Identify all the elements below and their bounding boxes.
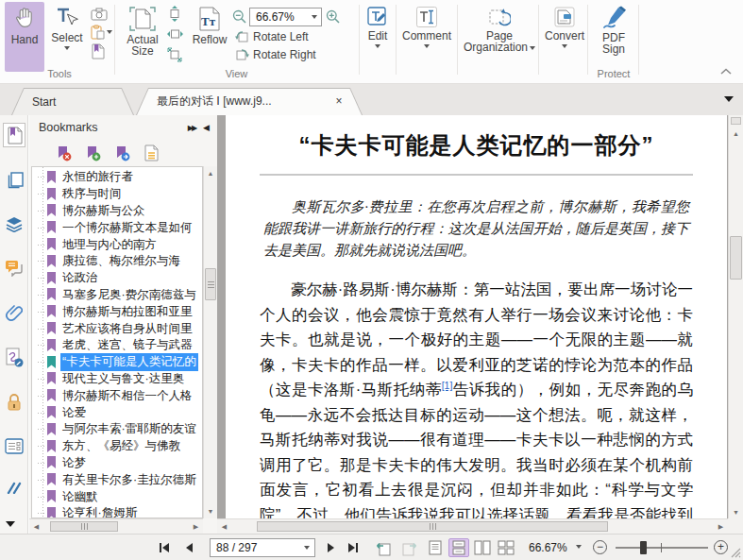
hand-tool-button[interactable]: Hand (5, 2, 44, 72)
bookmark-item[interactable]: 与阿尔丰索·雷耶斯的友谊 (32, 421, 202, 438)
zoom-out-button[interactable]: − (593, 540, 607, 554)
continuous-facing-view-button[interactable] (496, 538, 516, 557)
convert-button[interactable]: Convert (543, 2, 586, 74)
window-resize-grip[interactable] (731, 548, 741, 558)
fit-page-button[interactable] (167, 47, 182, 62)
comment-button[interactable]: Comment (400, 2, 453, 74)
bookmark-item[interactable]: 有关里卡尔多·圭拉尔德斯 (32, 471, 202, 488)
collapse-panel-icon[interactable]: ◀ (203, 123, 210, 132)
scroll-left-arrow[interactable]: ◀ (29, 519, 43, 534)
fit-width-button[interactable] (167, 26, 183, 42)
pdf-page[interactable]: “卡夫卡可能是人类记忆的一部分” 奥斯瓦尔多·费拉里：在您再次启程之前，博尔赫斯… (226, 115, 727, 518)
previous-page-button[interactable] (179, 540, 198, 555)
bookmark-item[interactable]: 康拉德、梅尔维尔与海 (32, 253, 202, 270)
status-zoom-dropdown-arrow[interactable] (576, 545, 582, 549)
bookmark-item[interactable]: 现代主义与鲁文·达里奥 (32, 371, 202, 388)
scrollbar-thumb[interactable] (205, 268, 216, 300)
next-view-button[interactable] (400, 540, 419, 555)
scrollbar-thumb[interactable] (730, 236, 742, 280)
bookmark-item[interactable]: 论政治 (32, 270, 202, 287)
bookmark-item[interactable]: 永恒的旅行者 (32, 169, 202, 186)
tab-close-icon[interactable]: × (332, 94, 346, 108)
single-page-view-button[interactable] (425, 538, 446, 557)
add-bookmark-button[interactable] (85, 145, 101, 161)
bookmark-item[interactable]: 东方、《易经》与佛教 (32, 438, 202, 455)
snapshot-button[interactable] (91, 8, 108, 21)
last-page-button[interactable] (344, 540, 363, 555)
edit-button[interactable]: Edit (362, 2, 394, 74)
scrollbar-thumb[interactable] (257, 521, 608, 532)
panel-pages-button[interactable] (3, 167, 25, 192)
rotate-left-button[interactable]: Rotate Left (235, 29, 309, 43)
first-page-button[interactable] (155, 540, 174, 555)
ribbon-zoom-combobox[interactable]: 66.67% (249, 8, 322, 26)
paragraph-text: 告诉我的），例如，无尽奔跑的乌龟——永远不会抵达目标的运动——这个想法。呃，就这… (260, 381, 693, 518)
delete-bookmark-button[interactable] (56, 145, 72, 161)
continuous-view-button[interactable] (448, 538, 469, 557)
tab-list-dropdown-icon[interactable] (724, 96, 734, 102)
bookmarks-horizontal-scrollbar[interactable]: ◀ ▶ (29, 518, 203, 534)
zoom-out-button[interactable] (232, 9, 246, 24)
pdf-sign-button[interactable]: PDF Sign (592, 2, 635, 74)
scroll-right-arrow[interactable]: ▶ (714, 519, 728, 534)
bookmark-item[interactable]: 秩序与时间 (32, 186, 202, 203)
bookmarks-vertical-scrollbar[interactable]: ▲ ▼ (203, 166, 217, 518)
scrollbar-thumb[interactable] (50, 521, 118, 532)
panel-signatures-button[interactable] (3, 345, 25, 369)
bookmark-item[interactable]: 地理与内心的南方 (32, 236, 202, 253)
paste-button[interactable] (91, 25, 112, 40)
split-view-handle[interactable] (731, 117, 741, 125)
bookmark-item[interactable]: 论亨利·詹姆斯 (32, 505, 202, 518)
actual-size-button[interactable]: Actual Size (121, 2, 164, 74)
expand-panel-icon[interactable]: ▶▶ (188, 124, 195, 132)
expand-current-bookmark-button[interactable] (144, 144, 159, 161)
bookmark-item[interactable]: 马塞多尼奥·费尔南德兹与 (32, 287, 202, 304)
goto-bookmark-button[interactable] (114, 145, 130, 161)
panel-security-button[interactable] (3, 389, 25, 414)
scroll-up-arrow[interactable]: ▲ (729, 127, 743, 140)
facing-view-button[interactable] (472, 538, 493, 557)
scroll-up-arrow[interactable]: ▲ (204, 166, 217, 180)
bookmark-item[interactable]: 一个博尔赫斯文本是如何 (32, 219, 202, 236)
panel-fields-button[interactable] (3, 433, 25, 458)
bookmark-item[interactable]: 博尔赫斯与柏拉图和亚里 (32, 303, 202, 320)
fit-height-button[interactable] (167, 6, 182, 22)
bookmark-item[interactable]: 论爱 (32, 404, 202, 421)
panel-destinations-button[interactable] (3, 478, 25, 497)
rotate-right-button[interactable]: Rotate Right (235, 47, 316, 61)
previous-view-button[interactable] (374, 540, 393, 555)
bookmark-item[interactable]: 艺术应该将自身从时间里 (32, 320, 202, 337)
page-number-combobox[interactable]: 88 / 297 (210, 538, 315, 557)
scroll-down-arrow[interactable]: ▼ (204, 504, 217, 518)
select-tool-button[interactable]: Select (47, 2, 87, 72)
bookmark-item[interactable]: 论幽默 (32, 488, 202, 505)
zoom-slider[interactable] (616, 547, 708, 549)
next-page-button[interactable] (321, 540, 340, 555)
scroll-down-arrow[interactable]: ▼ (729, 505, 743, 518)
status-zoom-value[interactable]: 66.67% (529, 541, 567, 554)
panel-comments-button[interactable] (3, 256, 25, 280)
panel-bookmarks-button[interactable] (3, 123, 25, 147)
bookmark-item[interactable]: 老虎、迷宫、镜子与武器 (32, 337, 202, 354)
bookmark-item[interactable]: 博尔赫斯不相信一个人格 (32, 387, 202, 404)
page-organization-button[interactable]: Page Organization (463, 2, 536, 74)
zoom-in-button[interactable] (326, 9, 340, 24)
scroll-right-arrow[interactable]: ▶ (189, 519, 203, 534)
document-horizontal-scrollbar[interactable]: ◀ ▶ (217, 518, 728, 534)
scroll-left-arrow[interactable]: ◀ (217, 519, 231, 534)
bookmark-button[interactable] (91, 43, 105, 59)
reflow-button[interactable]: Tт Reflow (190, 2, 229, 72)
panel-attachments-button[interactable] (3, 300, 25, 325)
bookmark-item[interactable]: 博尔赫斯与公众 (32, 203, 202, 220)
panel-layers-button[interactable] (3, 212, 25, 236)
zoom-slider-handle[interactable] (640, 541, 647, 554)
zoom-in-button[interactable]: + (714, 540, 728, 554)
bookmark-item[interactable]: “卡夫卡可能是人类记忆的 (32, 354, 202, 371)
collapse-ribbon-button[interactable] (720, 68, 732, 75)
bookmark-item[interactable]: 论梦 (32, 455, 202, 472)
document-vertical-scrollbar[interactable]: ▲ ▼ (728, 115, 743, 518)
tab-document[interactable]: 最后的对话 Ⅰ [www.j9... × (136, 88, 363, 115)
more-panels-arrow-icon[interactable] (6, 521, 15, 527)
tab-start[interactable]: Start (11, 88, 134, 115)
footnote-link[interactable]: [1] (442, 380, 453, 391)
